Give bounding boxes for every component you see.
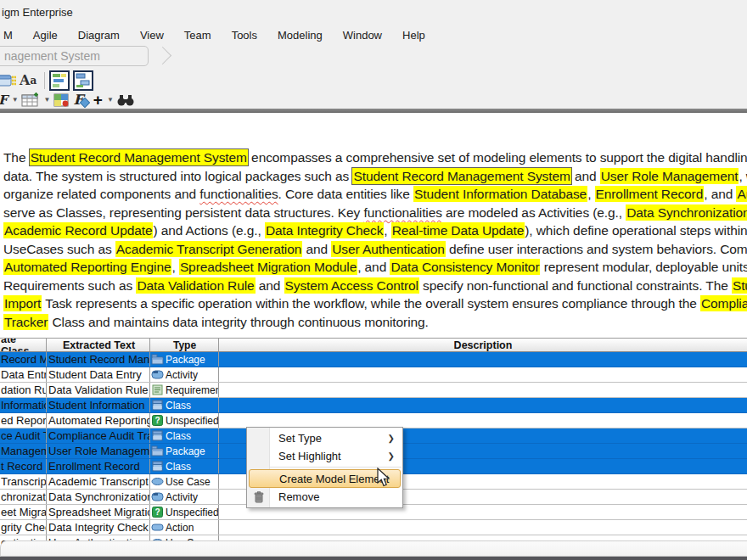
plain-text: encompasses a comprehensive set of model… <box>248 150 747 165</box>
candidate-class-cell[interactable]: Informatio <box>0 398 47 412</box>
menu-item-team[interactable]: Team <box>174 26 222 44</box>
type-cell[interactable]: Package <box>150 352 219 367</box>
candidate-class-cell[interactable]: dation Rule <box>0 383 47 397</box>
highlighted-term[interactable]: Real-time Data Update <box>391 222 525 238</box>
candidate-class-cell[interactable]: ed Reporti <box>0 413 47 428</box>
extracted-text-cell[interactable]: Data Synchronization Process <box>47 490 150 504</box>
menu-item-modeling[interactable]: Modeling <box>267 26 333 44</box>
candidate-class-cell[interactable]: Record Ma <box>0 352 47 367</box>
context-menu-item-set-highlight[interactable]: Set Highlight❯ <box>247 447 402 465</box>
menu-item-agile[interactable]: Agile <box>23 26 68 44</box>
highlighted-term[interactable]: Data Consistency Monitor <box>390 259 540 275</box>
add-element-icon[interactable]: + <box>93 93 103 107</box>
highlighted-term[interactable]: Academic Transcript Generation <box>115 241 302 257</box>
extracted-text-cell[interactable]: Data Integrity Check <box>47 520 150 535</box>
highlighted-term[interactable]: User Authentication <box>331 241 446 257</box>
highlighted-term[interactable]: Student Information Database <box>413 186 587 202</box>
table-row[interactable]: grity ChecData Integrity CheckAction <box>0 520 747 535</box>
description-cell[interactable] <box>219 367 747 382</box>
highlighted-term[interactable]: Data Synchronization Process <box>626 204 747 221</box>
type-cell[interactable]: ?Unspecified <box>150 505 219 519</box>
description-cell[interactable] <box>219 352 747 367</box>
type-cell[interactable]: Class <box>150 459 219 473</box>
type-cell[interactable]: ?Unspecified <box>150 413 219 428</box>
new-diagram-icon[interactable] <box>0 72 16 89</box>
highlighted-term[interactable]: Automated Reporting Engine <box>3 259 171 275</box>
highlighted-term[interactable]: Audit Trail <box>736 186 747 202</box>
table-row[interactable]: dation RuleData Validation RuleRequireme… <box>0 383 747 398</box>
highlighted-term[interactable]: Data Validation Rule <box>136 277 255 294</box>
menu-item-window[interactable]: Window <box>333 26 392 44</box>
type-cell[interactable]: Activity <box>150 367 219 382</box>
extracted-text-cell[interactable]: Spreadsheet Migration Module <box>47 505 150 519</box>
highlighted-term[interactable]: Academic Record Update <box>3 222 153 238</box>
extracted-text-cell[interactable]: Student Information <box>47 398 150 412</box>
dropdown-arrow-icon[interactable]: ▼ <box>44 96 51 104</box>
extracted-text-cell[interactable]: Compliance Audit Tracker <box>47 428 150 443</box>
menu-item-tools[interactable]: Tools <box>222 26 267 44</box>
type-cell[interactable]: Class <box>150 428 219 443</box>
highlighted-term[interactable]: Enrollment Record <box>595 186 705 202</box>
breadcrumb-chevron-icon <box>154 47 171 64</box>
extracted-text-cell[interactable]: User Role Management <box>47 444 150 458</box>
highlighted-term[interactable]: User Role Management <box>600 168 739 184</box>
highlighted-term[interactable]: Data Integrity Check <box>265 222 384 238</box>
table-row[interactable]: Record MaStudent Record Management Syste… <box>0 352 747 367</box>
menu-item-m[interactable]: M <box>0 26 23 44</box>
dropdown-arrow-icon[interactable]: ▼ <box>12 96 19 104</box>
font-dropdown-icon[interactable]: F <box>0 92 8 108</box>
candidate-class-cell[interactable]: grity Chec <box>0 520 47 535</box>
breadcrumb-tab[interactable]: nagement System <box>0 46 149 66</box>
description-cell[interactable] <box>219 398 747 412</box>
candidate-class-cell[interactable]: ce Audit T <box>0 428 47 443</box>
highlighted-term[interactable]: Spreadsheet Migration Module <box>179 259 357 275</box>
description-cell[interactable] <box>219 413 747 428</box>
type-cell[interactable]: Activity <box>150 490 219 504</box>
menu-item-view[interactable]: View <box>130 26 174 44</box>
extracted-text-cell[interactable]: Student Data Entry <box>47 367 150 382</box>
column-header-candidate-class[interactable]: ate Class <box>0 339 47 351</box>
candidate-class-cell[interactable]: t Record <box>0 459 47 473</box>
table-row[interactable]: Data EntryStudent Data EntryActivity <box>0 367 747 383</box>
description-cell[interactable] <box>219 383 747 397</box>
text-style-icon[interactable]: Aa <box>20 72 37 88</box>
menu-item-help[interactable]: Help <box>392 26 435 44</box>
highlighted-term[interactable]: Import <box>3 295 42 311</box>
highlighted-term[interactable]: Compliance Audit <box>700 295 747 311</box>
type-cell[interactable]: Requirement <box>150 383 219 397</box>
extracted-text-cell[interactable]: Data Validation Rule <box>47 383 150 397</box>
type-cell[interactable]: Use Case <box>150 474 219 489</box>
highlighted-term[interactable]: Student Data <box>732 277 747 294</box>
candidate-class-cell[interactable]: chronizati <box>0 490 47 504</box>
extracted-text-cell[interactable]: Automated Reporting Engine <box>47 413 150 428</box>
type-label: Unspecified <box>166 415 219 427</box>
diagram-overview-icon[interactable] <box>49 70 70 91</box>
candidate-class-cell[interactable]: Managem <box>0 444 47 458</box>
column-header-description[interactable]: Description <box>219 339 747 351</box>
highlighted-term[interactable]: Student Record Management System <box>352 168 570 184</box>
model-structure-icon[interactable] <box>73 70 93 91</box>
description-cell[interactable] <box>219 520 747 535</box>
binoculars-icon[interactable] <box>116 93 135 107</box>
column-header-type[interactable]: Type <box>150 339 219 351</box>
column-header-extracted-text[interactable]: Extracted Text <box>47 339 150 351</box>
type-cell[interactable]: Action <box>150 520 219 535</box>
extracted-text-cell[interactable]: Student Record Management System <box>47 352 150 367</box>
candidate-class-cell[interactable]: Transcrip <box>0 474 47 489</box>
table-add-icon[interactable] <box>21 92 40 108</box>
type-cell[interactable]: Class <box>150 398 219 412</box>
highlighted-term[interactable]: Tracker <box>3 314 48 330</box>
candidate-class-cell[interactable]: Data Entry <box>0 367 47 382</box>
highlighted-term[interactable]: System Access Control <box>284 277 419 294</box>
menu-item-diagram[interactable]: Diagram <box>68 26 130 44</box>
table-row[interactable]: InformatioStudent InformationClass <box>0 398 747 413</box>
type-cell[interactable]: Package <box>150 444 219 458</box>
extracted-text-cell[interactable]: Enrollment Record <box>47 459 150 473</box>
extracted-text-cell[interactable]: Academic Transcript Generation <box>47 474 150 489</box>
candidate-class-cell[interactable]: eet Migrat <box>0 505 47 519</box>
dropdown-arrow-icon[interactable]: ▼ <box>107 96 114 104</box>
formula-icon[interactable]: F <box>74 92 90 108</box>
context-menu-item-set-type[interactable]: Set Type❯ <box>247 429 402 447</box>
color-grid-icon[interactable] <box>53 92 70 108</box>
highlighted-term[interactable]: Student Record Management System <box>30 149 248 165</box>
